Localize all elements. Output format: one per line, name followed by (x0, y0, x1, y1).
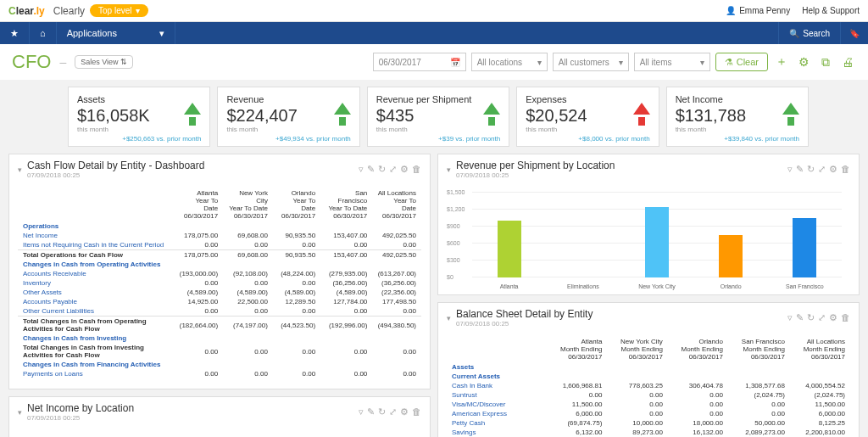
print-button[interactable]: 🖨 (839, 53, 856, 70)
delete-icon[interactable]: 🗑 (412, 164, 421, 175)
cell (223, 221, 273, 231)
cell: (4,589.00) (320, 288, 372, 297)
gear-icon[interactable]: ⚙ (400, 406, 409, 417)
collapse-icon[interactable]: ▾ (18, 165, 22, 174)
table-row: Savings6,132.0089,273.0016,132.002,089,2… (447, 428, 850, 437)
bar[interactable]: Orlando (719, 193, 743, 277)
help-link[interactable]: Help & Support (802, 6, 860, 15)
chevron-down-icon: ▾ (619, 58, 623, 67)
view-selector[interactable]: Sales View ⇅ (75, 55, 132, 69)
expand-icon[interactable]: ⤢ (389, 406, 397, 417)
refresh-icon[interactable]: ↻ (378, 406, 386, 417)
bar[interactable]: New York City (645, 193, 669, 277)
row-label[interactable]: Changes in Cash from Operating Activitie… (18, 260, 174, 269)
expand-icon[interactable]: ⤢ (818, 164, 826, 175)
filter-icon[interactable]: ▿ (359, 406, 364, 417)
cell: (92,108.00) (223, 269, 273, 278)
kpi-label: Revenue (226, 94, 350, 104)
collapse-icon[interactable]: ▾ (18, 408, 22, 417)
delete-icon[interactable]: 🗑 (841, 312, 850, 323)
row-label[interactable]: Savings (447, 428, 547, 437)
delete-icon[interactable]: 🗑 (412, 406, 421, 417)
nav-star[interactable]: ★ (0, 22, 30, 44)
row-label[interactable]: Inventory (18, 278, 174, 288)
nav-applications[interactable]: Applications ▾ (57, 22, 175, 44)
panel-title: Revenue per Shipment by Location (456, 160, 615, 171)
kpi-card[interactable]: Assets $16,058K this month +$250,663 vs.… (68, 87, 210, 147)
cell: 178,075.00 (174, 231, 223, 240)
filter-icon[interactable]: ▿ (787, 164, 793, 175)
expand-icon[interactable]: ⤢ (818, 312, 826, 323)
table-row: Net Income178,075.0069,608.0090,935.5015… (18, 231, 421, 240)
row-label[interactable]: Changes in Cash from Financing Activitie… (18, 360, 174, 369)
settings-button[interactable]: ⚙ (795, 53, 812, 70)
edit-icon[interactable]: ✎ (367, 164, 375, 175)
edit-icon[interactable]: ✎ (796, 312, 804, 323)
row-label[interactable]: Current Assets (447, 372, 547, 381)
cell: 0.00 (174, 306, 223, 317)
cell: (44,523.50) (273, 317, 320, 334)
add-button[interactable]: ＋ (773, 53, 790, 70)
row-label[interactable]: Net Income (18, 231, 174, 240)
trend-arrow-icon (184, 103, 201, 126)
row-label[interactable]: Cash In Bank (447, 381, 547, 390)
nav-home[interactable]: ⌂ (30, 22, 57, 44)
cell: 0.00 (668, 400, 728, 409)
row-label[interactable]: American Express (447, 409, 547, 418)
delete-icon[interactable]: 🗑 (841, 164, 850, 175)
row-label[interactable]: Suntrust (447, 390, 547, 400)
refresh-icon[interactable]: ↻ (807, 312, 815, 323)
row-label[interactable]: Items not Requiring Cash in the Current … (18, 240, 174, 250)
row-label[interactable]: Petty Cash (447, 418, 547, 428)
kpi-card[interactable]: Revenue per Shipment $435 this month +$3… (367, 87, 509, 147)
expand-icon[interactable]: ⤢ (389, 164, 397, 175)
cell (372, 333, 421, 343)
edit-icon[interactable]: ✎ (367, 406, 375, 417)
sort-icon: ⇅ (120, 58, 127, 66)
kpi-value: $224,407 (226, 106, 350, 126)
bookmark-icon: 🔖 (849, 29, 860, 38)
gear-icon[interactable]: ⚙ (400, 164, 409, 175)
cell (668, 362, 728, 372)
panel-date: 07/09/2018 00:25 (456, 171, 615, 179)
date-filter[interactable]: 06/30/2017📅 (373, 53, 466, 71)
cell: 1,606,968.81 (547, 381, 607, 390)
balance-sheet-panel: ▾ Balance Sheet Detail by Entity 07/09/2… (437, 302, 860, 437)
kpi-card[interactable]: Revenue $224,407 this month +$49,934 vs.… (217, 87, 359, 147)
kpi-card[interactable]: Net Income $131,788 this month +$39,840 … (666, 87, 809, 147)
revenue-per-shipment-panel: ▾ Revenue per Shipment by Location 07/09… (437, 154, 860, 295)
row-label[interactable]: Accounts Payable (18, 297, 174, 306)
row-label[interactable]: Payments on Loans (18, 369, 174, 378)
locations-filter[interactable]: All locations▾ (471, 53, 548, 71)
gear-icon[interactable]: ⚙ (829, 312, 837, 323)
copy-button[interactable]: ⧉ (817, 53, 834, 70)
row-label[interactable]: Changes in Cash from Investing (18, 333, 174, 343)
collapse-icon[interactable]: ▾ (447, 314, 451, 322)
bar[interactable]: Atlanta (498, 193, 521, 277)
gear-icon[interactable]: ⚙ (829, 164, 837, 175)
clear-button[interactable]: ⚗ Clear (715, 53, 768, 71)
row-label[interactable]: Accounts Receivable (18, 269, 174, 278)
filter-icon[interactable]: ▿ (359, 164, 364, 175)
bar[interactable]: San Francisco (793, 193, 816, 277)
filter-icon[interactable]: ▿ (787, 312, 793, 323)
row-label[interactable]: Assets (447, 362, 547, 372)
user-menu[interactable]: 👤 Emma Penny (726, 6, 790, 15)
edit-icon[interactable]: ✎ (796, 164, 804, 175)
row-label[interactable]: Other Current Liabilities (18, 306, 174, 317)
gear-icon: ⚙ (798, 55, 810, 69)
refresh-icon[interactable]: ↻ (378, 164, 386, 175)
row-label[interactable]: Operations (18, 221, 174, 231)
row-label[interactable]: Other Assets (18, 288, 174, 297)
collapse-icon[interactable]: ▾ (447, 165, 451, 174)
nav-search[interactable]: 🔍 Search (778, 22, 840, 44)
customers-filter[interactable]: All customers▾ (553, 53, 629, 71)
nav-bookmark[interactable]: 🔖 (840, 22, 868, 44)
top-level-button[interactable]: Top level ▾ (90, 4, 147, 17)
refresh-icon[interactable]: ↻ (807, 164, 815, 175)
items-filter[interactable]: All items▾ (634, 53, 710, 71)
cell (273, 333, 320, 343)
row-label[interactable]: Visa/MC/Discover (447, 400, 547, 409)
bar[interactable]: Eliminations (571, 193, 595, 277)
kpi-card[interactable]: Expenses $20,524 this month +$8,000 vs. … (516, 87, 659, 147)
